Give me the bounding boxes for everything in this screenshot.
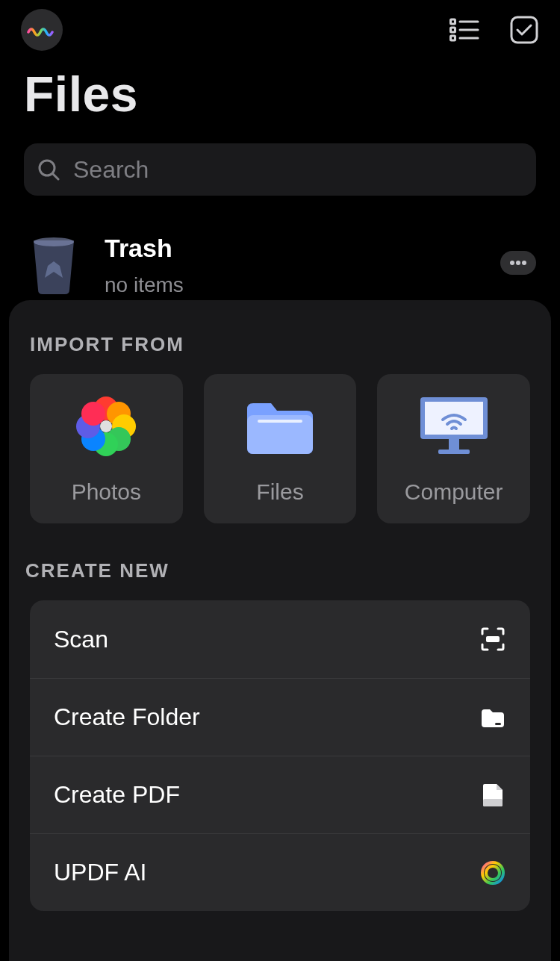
svg-rect-2 (451, 28, 455, 32)
list-item-title: Trash (105, 234, 184, 263)
create-folder-button[interactable]: Create Folder (30, 678, 530, 756)
svg-rect-28 (486, 636, 500, 642)
svg-point-20 (81, 402, 105, 426)
import-photos-button[interactable]: Photos (30, 374, 183, 523)
search-icon (37, 158, 60, 181)
import-section-label: IMPORT FROM (30, 333, 530, 356)
action-sheet: IMPORT FROM Photos (9, 300, 551, 961)
app-avatar[interactable] (21, 9, 63, 51)
top-actions (449, 15, 539, 45)
create-pdf-button[interactable]: Create PDF (30, 756, 530, 833)
svg-rect-29 (495, 723, 501, 725)
list-item-trash[interactable]: Trash no items (0, 231, 560, 299)
tile-label: Photos (72, 479, 141, 505)
svg-point-21 (100, 420, 112, 432)
tile-label: Computer (405, 479, 503, 505)
svg-point-9 (34, 237, 74, 246)
create-label: Scan (54, 626, 108, 653)
create-section-label: CREATE NEW (25, 559, 530, 582)
svg-line-8 (53, 174, 58, 179)
search-input[interactable] (72, 143, 523, 196)
search-bar[interactable] (24, 143, 536, 196)
svg-point-11 (516, 261, 520, 265)
svg-rect-26 (449, 439, 459, 450)
import-files-button[interactable]: Files (204, 374, 357, 523)
svg-rect-30 (483, 799, 503, 806)
create-label: Create PDF (54, 781, 180, 809)
ellipsis-icon (510, 261, 526, 265)
updf-ai-button[interactable]: UPDF AI (30, 833, 530, 911)
svg-rect-25 (425, 402, 483, 435)
computer-icon (413, 393, 495, 460)
svg-rect-27 (438, 450, 470, 454)
svg-rect-4 (451, 36, 455, 40)
svg-point-12 (522, 261, 526, 265)
list-item-subtitle: no items (105, 273, 184, 297)
scan-button[interactable]: Scan (30, 600, 530, 678)
top-bar (0, 0, 560, 51)
tile-label: Files (256, 479, 303, 505)
select-button[interactable] (509, 15, 539, 45)
list-view-icon (449, 17, 479, 43)
folder-filled-icon (479, 704, 506, 731)
folder-icon (243, 393, 317, 460)
import-grid: Photos Files Computer (30, 374, 530, 523)
svg-rect-23 (258, 420, 302, 423)
view-list-button[interactable] (449, 17, 479, 43)
create-label: UPDF AI (54, 859, 146, 886)
import-computer-button[interactable]: Computer (377, 374, 530, 523)
svg-rect-0 (451, 19, 455, 24)
wave-logo-icon (27, 23, 57, 37)
updf-ai-icon (479, 859, 506, 886)
create-list: Scan Create Folder Cre (30, 600, 530, 911)
pdf-icon (479, 782, 506, 809)
checkbox-icon (509, 15, 539, 45)
create-section: CREATE NEW Scan Create Folder (30, 559, 530, 911)
list-item-text: Trash no items (105, 234, 184, 297)
file-list: Trash no items (0, 231, 560, 299)
scan-icon (479, 626, 506, 653)
page-title: Files (24, 66, 560, 122)
create-label: Create Folder (54, 703, 200, 731)
more-button[interactable] (500, 251, 536, 275)
photos-icon (72, 393, 140, 460)
svg-point-10 (510, 261, 514, 265)
trash-icon (24, 231, 84, 299)
svg-rect-6 (511, 17, 537, 43)
